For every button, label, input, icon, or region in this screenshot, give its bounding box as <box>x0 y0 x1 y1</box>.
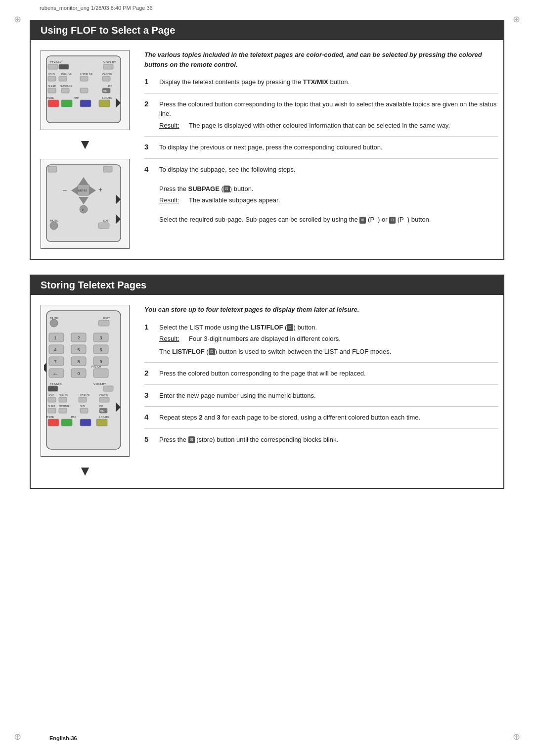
result-text-4: The available subpages appear. <box>189 195 280 205</box>
step-storing-3: 3 Enter the new page number using the nu… <box>144 391 498 407</box>
section-storing-body: MUTE EXIT 1 2 3 4 5 <box>31 295 503 488</box>
svg-text:PRE-CH: PRE-CH <box>91 365 101 368</box>
svg-text:V.DOLBY: V.DOLBY <box>103 61 116 64</box>
step-flof-1: 1 Display the teletext contents page by … <box>144 77 498 94</box>
svg-text:PIP: PIP <box>108 85 113 88</box>
step-s-num-1: 1 <box>144 323 152 331</box>
step-storing-2: 2 Press the colored button corresponding… <box>144 369 498 385</box>
svg-rect-103 <box>61 419 72 426</box>
step-text-2: Press the coloured button corresponding … <box>159 99 498 131</box>
svg-rect-49 <box>46 311 121 449</box>
svg-rect-3 <box>48 64 58 69</box>
svg-rect-27 <box>80 100 91 107</box>
instructions-storing: You can store up to four teletext pages … <box>144 305 498 478</box>
svg-rect-95 <box>59 408 67 413</box>
svg-text:SIZE: SIZE <box>80 405 85 408</box>
result-text-s1: Four 3-digit numbers are displayed in di… <box>189 334 341 344</box>
svg-text:7: 7 <box>54 359 56 364</box>
remote-bottom-flof-svg: MENU P – + MUTE EXIT <box>44 162 123 244</box>
svg-text:SLEEP: SLEEP <box>48 405 55 408</box>
svg-rect-102 <box>48 419 59 426</box>
p-minus-icon: ⊞ <box>359 217 366 224</box>
section-flof-body: TTX/MIX V.DOLBY HOLD DUAL VII LIST/FLOF … <box>31 40 503 259</box>
svg-point-45 <box>50 222 58 230</box>
step-num-1: 1 <box>144 77 152 86</box>
step-num-4: 4 <box>144 165 152 173</box>
svg-text:EXIT: EXIT <box>103 219 110 222</box>
svg-text:3: 3 <box>99 335 102 340</box>
result-row-2: Result: The page is displayed with other… <box>159 121 498 131</box>
step-s-text-3: Enter the new page number using the nume… <box>159 391 498 401</box>
svg-text:HOLD: HOLD <box>48 394 54 397</box>
svg-rect-96 <box>80 408 88 413</box>
svg-text:-/--: -/-- <box>53 372 58 376</box>
remote-storing-svg: MUTE EXIT 1 2 3 4 5 <box>44 308 123 452</box>
svg-rect-17 <box>48 88 56 93</box>
step-list-flof: 1 Display the teletext contents page by … <box>144 77 498 231</box>
svg-text:MENU: MENU <box>78 189 87 192</box>
step-flof-3: 3 To display the previous or next page, … <box>144 142 498 159</box>
p-plus-icon: ⊟ <box>389 217 396 224</box>
svg-rect-105 <box>96 419 107 426</box>
step-s-num-3: 3 <box>144 391 152 399</box>
intro-text-flof: The various topics included in the telet… <box>144 50 498 69</box>
svg-text:0: 0 <box>77 371 80 376</box>
svg-rect-11 <box>59 76 67 81</box>
arrow-down-flof: ▼ <box>78 138 92 151</box>
step-num-2: 2 <box>144 99 152 108</box>
section-flof: Using FLOF to Select a Page TTX/MIX V.DO… <box>30 20 504 260</box>
step-flof-4: 4 To display the subpage, see the follow… <box>144 165 498 231</box>
section-storing-title: Storing Teletext Pages <box>31 276 503 295</box>
svg-rect-46 <box>98 223 109 229</box>
svg-text:9: 9 <box>99 359 102 364</box>
listflof-icon2: ⊡ <box>209 348 215 355</box>
svg-text:6: 6 <box>99 347 102 352</box>
result-row-s1: Result: Four 3-digit numbers are display… <box>159 334 498 344</box>
svg-rect-31 <box>48 166 57 172</box>
step-list-storing: 1 Select the LIST mode using the LIST/FL… <box>144 323 498 451</box>
svg-text:2: 2 <box>77 335 80 340</box>
svg-text:SLEEP: SLEEP <box>48 85 56 88</box>
svg-text:1: 1 <box>54 335 56 340</box>
intro-text-storing: You can store up to four teletext pages … <box>144 305 498 315</box>
arrow-down-storing: ▼ <box>78 464 92 478</box>
svg-text:TTX/MIX: TTX/MIX <box>50 382 62 385</box>
result-row-4: Result: The available subpages appear. <box>159 195 498 205</box>
svg-rect-25 <box>48 100 59 107</box>
remote-area-storing: MUTE EXIT 1 2 3 4 5 <box>36 305 134 478</box>
step-flof-2: 2 Press the coloured button correspondin… <box>144 99 498 137</box>
subpage-icon: ⊡ <box>223 186 230 192</box>
svg-text:EXIT: EXIT <box>103 317 110 320</box>
svg-rect-104 <box>80 419 91 426</box>
svg-rect-80 <box>48 386 58 391</box>
section-flof-title: Using FLOF to Select a Page <box>31 21 503 40</box>
svg-text:LOCATE: LOCATE <box>102 96 112 99</box>
step-text-4: To display the subpage, see the followin… <box>159 165 498 225</box>
step-text-1: Display the teletext contents page by pr… <box>159 77 498 87</box>
step-s-num-5: 5 <box>144 435 152 443</box>
main-content: Using FLOF to Select a Page TTX/MIX V.DO… <box>30 20 504 736</box>
svg-text:DUAL VII: DUAL VII <box>59 394 68 397</box>
crosshair-topright: ⊕ <box>513 14 520 25</box>
crosshair-bottomleft: ⊕ <box>14 731 21 742</box>
page-footer: English-36 <box>49 735 77 741</box>
svg-rect-19 <box>80 88 88 93</box>
svg-rect-89 <box>99 397 109 402</box>
result-label-2: Result: <box>159 121 184 131</box>
remote-storing: MUTE EXIT 1 2 3 4 5 <box>41 305 130 457</box>
step-storing-1: 1 Select the LIST mode using the LIST/FL… <box>144 323 498 363</box>
step-s-text-4: Repeat steps 2 and 3 for each page to be… <box>159 413 498 423</box>
store-icon: ⊡ <box>188 436 195 443</box>
instructions-flof: The various topics included in the telet… <box>144 50 498 249</box>
svg-text:CANCEL: CANCEL <box>102 73 113 76</box>
svg-marker-106 <box>44 363 46 373</box>
svg-text:LIST/FLOF: LIST/FLOF <box>80 73 92 76</box>
page-header: rubens_monitor_eng 1/28/03 8:40 PM Page … <box>40 5 153 11</box>
svg-rect-53 <box>98 320 109 326</box>
svg-rect-86 <box>48 397 56 402</box>
svg-rect-13 <box>102 76 110 81</box>
step-s-num-4: 4 <box>144 413 152 421</box>
svg-rect-18 <box>61 88 69 93</box>
svg-rect-94 <box>48 408 56 413</box>
svg-text:8: 8 <box>77 359 80 364</box>
